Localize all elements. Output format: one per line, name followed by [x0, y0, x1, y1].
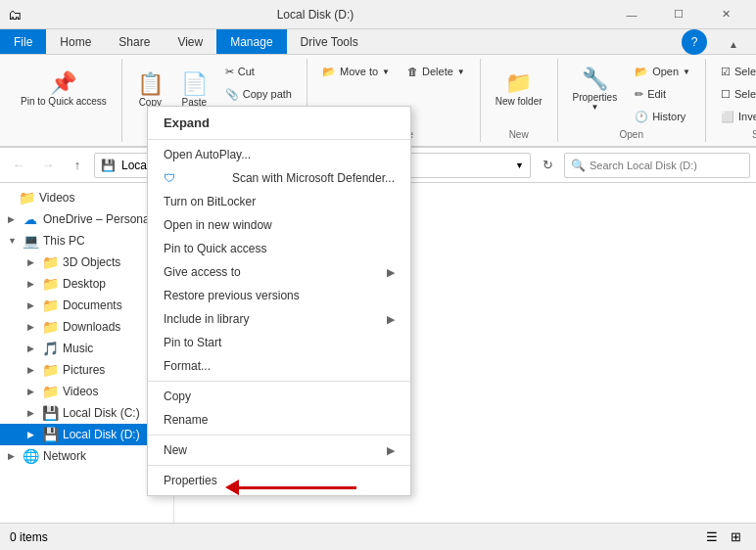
refresh-button[interactable]: ↻ — [535, 153, 560, 178]
pictures-expand-icon: ▶ — [27, 365, 37, 375]
documents-expand-icon: ▶ — [27, 300, 37, 310]
desktop-folder-icon: 📁 — [41, 276, 59, 292]
ribbon-section-pin: 📌 Pin to Quick access — [6, 59, 122, 142]
list-view-button[interactable]: ☰ — [701, 527, 723, 548]
cut-button[interactable]: ✂ Cut — [218, 61, 299, 82]
ctx-give-access-label: Give access to — [164, 265, 241, 279]
ctx-item-format[interactable]: Format... — [148, 354, 410, 378]
delete-icon: 🗑 — [407, 66, 418, 77]
copy-path-button[interactable]: 📎 Copy path — [218, 83, 299, 105]
invert-selection-button[interactable]: ⬜ Invert selection — [714, 106, 756, 127]
ctx-item-new[interactable]: New ▶ — [148, 438, 410, 462]
sidebar-item-videos-label: Videos — [39, 191, 74, 205]
ctx-item-open-autoplay[interactable]: Open AutoPlay... — [148, 143, 410, 166]
sidebar-item-onedrive-label: OneDrive – Persona... — [43, 212, 160, 226]
ribbon-tabs: File Home Share View Manage Drive Tools … — [0, 29, 756, 55]
ctx-item-rename[interactable]: Rename — [148, 408, 410, 432]
title-bar-title: Local Disk (D:) — [22, 8, 609, 22]
ctx-pin-quick-label: Pin to Quick access — [164, 242, 266, 255]
ctx-scan-icon: 🛡 — [164, 171, 175, 185]
tab-share[interactable]: Share — [105, 29, 164, 54]
ctx-expand-label: Expand — [164, 115, 210, 130]
ribbon-section-pin-items: 📌 Pin to Quick access — [14, 61, 114, 140]
select-all-button[interactable]: ☑ Select all — [714, 61, 756, 82]
music-icon: 🎵 — [41, 341, 59, 356]
ribbon-help-button[interactable]: ? — [682, 29, 707, 55]
sidebar-item-videos2-label: Videos — [63, 385, 98, 398]
ctx-item-restore-versions[interactable]: Restore previous versions — [148, 284, 410, 307]
sidebar-item-desktop-label: Desktop — [63, 277, 106, 291]
ctx-item-copy[interactable]: Copy — [148, 385, 410, 408]
window-icon: 🗂 — [8, 7, 22, 23]
history-icon: 🕐 — [635, 111, 648, 123]
items-count: 0 items — [10, 530, 48, 544]
ctx-separator-1 — [148, 139, 410, 140]
forward-button[interactable]: → — [35, 153, 61, 178]
delete-button[interactable]: 🗑 Delete ▼ — [401, 61, 472, 82]
sidebar-item-music-label: Music — [63, 342, 93, 355]
tab-manage[interactable]: Manage — [216, 29, 286, 54]
ctx-item-scan-defender[interactable]: 🛡 Scan with Microsoft Defender... — [148, 166, 410, 190]
maximize-button[interactable]: ☐ — [656, 0, 701, 29]
new-folder-button[interactable]: 📁 New folder — [489, 61, 549, 119]
ctx-include-library-label: Include in library — [164, 312, 249, 326]
open-button[interactable]: 📂 Open ▼ — [628, 61, 697, 82]
ctx-new-arrow: ▶ — [387, 444, 395, 457]
tab-home[interactable]: Home — [46, 29, 105, 54]
ribbon-open-items: 🔧 Properties ▼ 📂 Open ▼ ✏ Edit 🕐 History — [566, 61, 697, 127]
ctx-separator-4 — [148, 465, 410, 466]
folder-icon: 📁 — [18, 190, 35, 206]
ctx-item-pin-start[interactable]: Pin to Start — [148, 331, 410, 354]
history-button[interactable]: 🕐 History — [628, 106, 697, 127]
edit-icon: ✏ — [635, 88, 643, 101]
ctx-item-expand[interactable]: Expand — [148, 110, 410, 136]
move-to-button[interactable]: 📂 Move to ▼ — [315, 61, 397, 82]
onedrive-expand-icon: ▶ — [8, 214, 18, 224]
close-button[interactable]: ✕ — [703, 0, 748, 29]
ctx-open-new-window-label: Open in new window — [164, 218, 272, 232]
copy-path-icon: 📎 — [225, 88, 239, 101]
address-dropdown-icon: ▼ — [515, 160, 524, 170]
minimize-button[interactable]: — — [609, 0, 654, 29]
search-input[interactable] — [590, 160, 743, 171]
ctx-copy-label: Copy — [164, 390, 191, 403]
pin-quick-access-button[interactable]: 📌 Pin to Quick access — [14, 61, 114, 119]
ctx-item-give-access[interactable]: Give access to ▶ — [148, 260, 410, 284]
sidebar-item-network-label: Network — [43, 449, 86, 463]
ctx-pin-start-label: Pin to Start — [164, 336, 221, 349]
ctx-item-bitlocker[interactable]: Turn on BitLocker — [148, 190, 410, 213]
tab-file[interactable]: File — [0, 29, 46, 54]
documents-folder-icon: 📁 — [41, 298, 59, 313]
ctx-open-autoplay-label: Open AutoPlay... — [164, 148, 251, 161]
ribbon-collapse-button[interactable]: ▲ — [711, 29, 756, 59]
cloud-icon: ☁ — [22, 211, 39, 227]
videos2-expand-icon: ▶ — [27, 387, 37, 396]
locald-drive-icon: 💾 — [41, 427, 59, 442]
3d-folder-icon: 📁 — [41, 254, 59, 270]
ctx-item-pin-quick-access[interactable]: Pin to Quick access — [148, 237, 410, 260]
pin-label: Pin to Quick access — [21, 96, 107, 108]
locald-expand-icon: ▶ — [27, 430, 37, 439]
up-button[interactable]: ↑ — [65, 153, 90, 178]
invert-icon: ⬜ — [721, 111, 734, 123]
ctx-item-open-new-window[interactable]: Open in new window — [148, 213, 410, 237]
status-bar: 0 items ☰ ⊞ — [0, 523, 756, 550]
downloads-folder-icon: 📁 — [41, 319, 59, 335]
search-bar[interactable]: 🔍 — [564, 153, 750, 178]
ctx-include-library-arrow: ▶ — [387, 313, 395, 326]
details-view-button[interactable]: ⊞ — [725, 527, 746, 548]
back-button[interactable]: ← — [6, 153, 31, 178]
paste-icon: 📄 — [181, 73, 208, 95]
ribbon-section-open: 🔧 Properties ▼ 📂 Open ▼ ✏ Edit 🕐 History — [558, 59, 706, 142]
arrow-annotation — [225, 480, 356, 495]
pictures-folder-icon: 📁 — [41, 362, 59, 378]
sidebar-item-pictures-label: Pictures — [63, 363, 105, 377]
select-none-button[interactable]: ☐ Select none — [714, 83, 756, 105]
edit-button[interactable]: ✏ Edit — [628, 83, 697, 105]
tab-view[interactable]: View — [164, 29, 216, 54]
thispc-expand-icon: ▼ — [8, 236, 18, 246]
properties-button[interactable]: 🔧 Properties ▼ — [566, 61, 625, 119]
tab-drive-tools[interactable]: Drive Tools — [287, 29, 372, 54]
ctx-item-include-library[interactable]: Include in library ▶ — [148, 307, 410, 331]
title-bar: 🗂 Local Disk (D:) — ☐ ✕ — [0, 0, 756, 29]
